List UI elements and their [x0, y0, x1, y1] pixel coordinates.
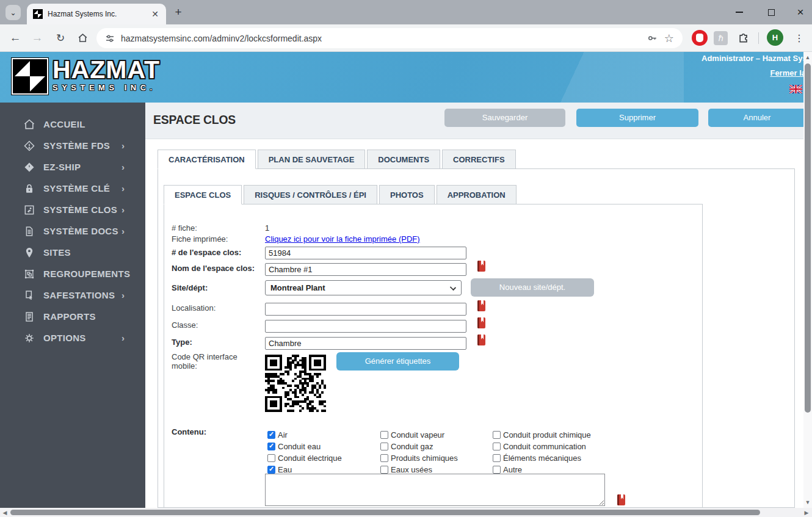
numero-espace-clos-label: # de l'espace clos:	[172, 248, 241, 257]
horizontal-scrollbar-thumb[interactable]	[10, 510, 760, 515]
site-dept-label: Site/dépt:	[172, 283, 208, 292]
gear-icon	[23, 332, 35, 344]
checkbox-conduit-electrique[interactable]: Conduit électrique	[267, 452, 380, 464]
reload-button[interactable]: ↻	[51, 29, 70, 47]
window-close-button[interactable]: ×	[791, 6, 810, 18]
checkbox-produits-chimiques[interactable]: Produits chimiques	[380, 452, 493, 464]
url-text[interactable]: hazmatsystemsinc.com/adminv2/lockcsforme…	[121, 34, 640, 43]
checkbox-conduit-gaz[interactable]: Conduit gaz	[380, 441, 493, 452]
sidebar-item-systeme-cle[interactable]: SYSTÈME CLÉ ›	[0, 178, 145, 199]
tab-caracterisation[interactable]: CARACTÉRISATION	[158, 150, 256, 169]
report-icon	[23, 311, 35, 323]
chevron-right-icon: ›	[121, 162, 125, 172]
sidebar-item-rapports[interactable]: RAPPORTS	[0, 306, 145, 327]
scroll-left-icon[interactable]: ◀	[1, 510, 9, 516]
uk-flag-language-icon[interactable]	[789, 85, 802, 93]
diamond-icon	[23, 161, 35, 173]
logout-link[interactable]: Fermer la	[770, 68, 806, 78]
spellcheck-book-icon[interactable]	[617, 494, 625, 505]
tab-documents[interactable]: DOCUMENTS	[367, 150, 440, 169]
classe-input[interactable]	[265, 320, 466, 333]
generer-etiquettes-button[interactable]: Générer étiquettes	[336, 352, 459, 371]
tab-correctifs[interactable]: CORRECTIFS	[442, 150, 516, 169]
type-input[interactable]	[265, 337, 466, 350]
subtab-risques-controles-epi[interactable]: RISQUES / CONTRÔLES / ÉPI	[244, 185, 377, 204]
new-tab-button[interactable]: +	[171, 5, 186, 20]
save-button[interactable]: Sauvegarder	[444, 109, 565, 127]
spellcheck-book-icon[interactable]	[477, 300, 485, 311]
sidebar-item-systeme-docs[interactable]: SYSTÈME DOCS ›	[0, 220, 145, 242]
classe-label: Classe:	[172, 320, 198, 330]
browser-toolbar: ← → ↻ hazmatsystemsinc.com/adminv2/lockc…	[0, 24, 812, 52]
bookmark-star-icon[interactable]: ☆	[664, 32, 674, 45]
contenu-column-2: Conduit vapeur Conduit gaz Produits chim…	[380, 429, 493, 475]
extension-badge-icon[interactable]: ℏ	[714, 31, 728, 45]
chevron-right-icon: ›	[121, 226, 125, 236]
scroll-right-icon[interactable]: ▶	[802, 510, 811, 516]
sidebar-nav: ACCUEIL SYSTÈME FDS › EZ-SHIP › SYSTÈME …	[0, 103, 145, 508]
sidebar-item-regroupements[interactable]: REGROUPEMENTS	[0, 263, 145, 284]
sidebar-item-options[interactable]: OPTIONS ›	[0, 327, 145, 349]
window-maximize-button[interactable]	[762, 6, 780, 18]
nom-espace-clos-label: Nom de l'espace clos:	[172, 264, 255, 273]
tab-plan-de-sauvetage[interactable]: PLAN DE SAUVETAGE	[258, 150, 366, 169]
spellcheck-book-icon[interactable]	[477, 317, 485, 328]
site-settings-icon[interactable]	[105, 34, 115, 43]
checkbox-conduit-communication[interactable]: Conduit communication	[493, 441, 605, 452]
cancel-button[interactable]: Annuler	[708, 109, 806, 127]
sidebar-item-systeme-clos[interactable]: SYSTÈME CLOS ›	[0, 199, 145, 220]
password-key-icon[interactable]	[647, 32, 658, 44]
home-button[interactable]	[73, 29, 92, 47]
checkbox-conduit-vapeur[interactable]: Conduit vapeur	[380, 429, 493, 441]
hazmat-logo[interactable]: HAZMAT SYSTEMS INC.	[11, 57, 160, 95]
subtab-espace-clos[interactable]: ESPACE CLOS	[164, 185, 242, 204]
sidebar-item-accueil[interactable]: ACCUEIL	[0, 114, 145, 135]
nom-espace-clos-input[interactable]	[265, 263, 466, 276]
group-icon	[23, 268, 35, 280]
qr-code-image	[265, 355, 326, 412]
checkbox-conduit-eau[interactable]: Conduit eau	[267, 441, 380, 452]
adblocker-extension-icon[interactable]	[692, 30, 708, 46]
extensions-puzzle-icon[interactable]	[736, 30, 752, 46]
checkbox	[493, 454, 501, 462]
checkbox	[493, 431, 501, 439]
window-minimize-button[interactable]	[730, 6, 749, 18]
back-button[interactable]: ←	[6, 29, 24, 47]
checkbox-elements-mecaniques[interactable]: Éléments mécaniques	[493, 452, 605, 464]
tab-search-button[interactable]: ⌄	[5, 5, 21, 20]
tab-close-icon[interactable]: ✕	[150, 9, 160, 19]
contenu-notes-textarea[interactable]	[265, 474, 605, 506]
horizontal-scrollbar[interactable]: ◀ ▶	[0, 508, 812, 517]
vertical-scrollbar[interactable]: ▲ ▼	[803, 52, 812, 508]
scroll-down-icon[interactable]: ▼	[803, 499, 812, 505]
checkbox-conduit-produit-chimique[interactable]: Conduit produit chimique	[493, 429, 605, 441]
sidebar-item-ez-ship[interactable]: EZ-SHIP ›	[0, 156, 145, 178]
localisation-input[interactable]	[265, 303, 466, 316]
nouveau-site-dept-button[interactable]: Nouveau site/dépt.	[471, 278, 594, 297]
chevron-right-icon: ›	[121, 333, 125, 343]
url-bar[interactable]: hazmatsystemsinc.com/adminv2/lockcsforme…	[96, 28, 683, 48]
delete-button[interactable]: Supprimer	[576, 109, 698, 127]
vertical-scrollbar-thumb[interactable]	[805, 63, 811, 413]
sidebar-item-safestations[interactable]: SAFESTATIONS ›	[0, 284, 145, 306]
spellcheck-book-icon[interactable]	[477, 334, 485, 345]
profile-avatar[interactable]: H	[767, 29, 783, 46]
fiche-imprimee-link[interactable]: Cliquez ici pour voir la fiche imprimée …	[265, 234, 420, 244]
subtab-approbation[interactable]: APPROBATION	[437, 185, 517, 204]
checkbox-air[interactable]: Air	[267, 429, 380, 441]
browser-tab[interactable]: Hazmat Systems Inc. ✕	[27, 4, 166, 24]
espace-clos-form: # fiche: 1 Fiche imprimée: Cliquez ici p…	[164, 204, 703, 508]
scroll-up-icon[interactable]: ▲	[803, 54, 812, 60]
numero-espace-clos-input[interactable]	[265, 247, 466, 259]
browser-menu-icon[interactable]: ⋮	[791, 29, 807, 46]
sidebar-item-sites[interactable]: SITES	[0, 242, 145, 263]
checkbox	[380, 443, 388, 450]
sidebar-item-systeme-fds[interactable]: SYSTÈME FDS ›	[0, 135, 145, 156]
browser-tab-strip: ⌄ Hazmat Systems Inc. ✕ + ×	[0, 0, 812, 24]
home-icon	[23, 118, 35, 131]
logo-line2: SYSTEMS INC.	[53, 83, 160, 92]
spellcheck-book-icon[interactable]	[477, 261, 485, 272]
forward-button[interactable]: →	[28, 29, 46, 47]
site-dept-select[interactable]: Montreal Plant	[265, 280, 462, 295]
subtab-photos[interactable]: PHOTOS	[379, 185, 435, 204]
